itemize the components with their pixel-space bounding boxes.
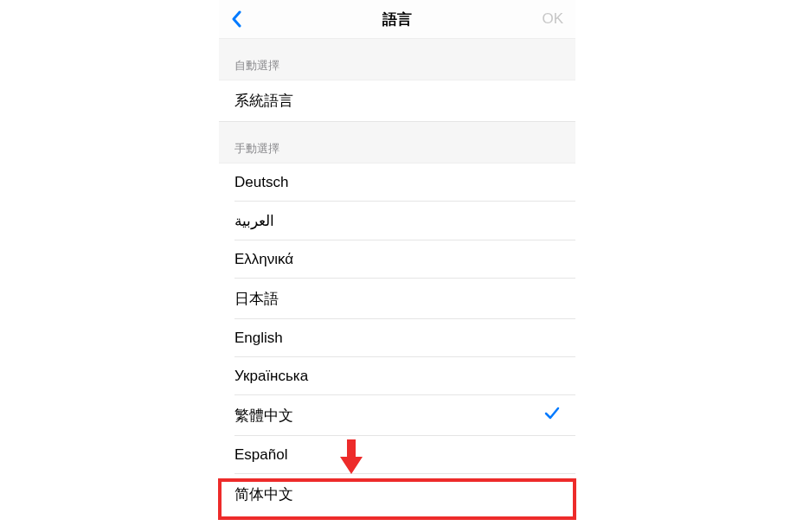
list-item-greek[interactable]: Ελληνικά	[219, 240, 575, 279]
checkmark-icon	[544, 406, 560, 426]
chevron-left-icon	[231, 10, 241, 28]
list-item-label: Deutsch	[234, 174, 288, 191]
header-bar: 語言 OK	[219, 0, 575, 39]
list-item-traditional-chinese[interactable]: 繁體中文	[219, 395, 575, 436]
section-header-auto: 自動選擇	[219, 39, 575, 80]
list-item-arabic[interactable]: العربية	[219, 202, 575, 240]
list-item-spanish[interactable]: Español	[219, 436, 575, 474]
section-header-manual: 手動選擇	[219, 122, 575, 163]
list-item-label: Español	[234, 446, 287, 464]
list-item-label: 日本語	[234, 289, 279, 309]
back-button[interactable]	[231, 6, 257, 32]
list-item-label: Ελληνικά	[234, 251, 293, 268]
list-item-label: English	[234, 330, 283, 347]
list-item-label: 系統語言	[234, 91, 293, 111]
list-item-simplified-chinese[interactable]: 简体中文	[219, 474, 575, 515]
list-item-label: العربية	[234, 212, 274, 230]
page-title: 語言	[382, 10, 412, 29]
list-item-system-language[interactable]: 系統語言	[219, 80, 575, 121]
list-item-label: 繁體中文	[234, 406, 293, 426]
list-item-label: Українська	[234, 368, 308, 385]
list-item-japanese[interactable]: 日本語	[219, 279, 575, 319]
ok-button[interactable]: OK	[542, 10, 563, 28]
list-item-english[interactable]: English	[219, 319, 575, 357]
list-item-deutsch[interactable]: Deutsch	[219, 163, 575, 202]
language-settings-panel: 語言 OK 自動選擇 系統語言 手動選擇 Deutsch العربية Ελλ…	[219, 0, 575, 532]
list-item-label: 简体中文	[234, 484, 293, 504]
list-item-ukrainian[interactable]: Українська	[219, 357, 575, 395]
